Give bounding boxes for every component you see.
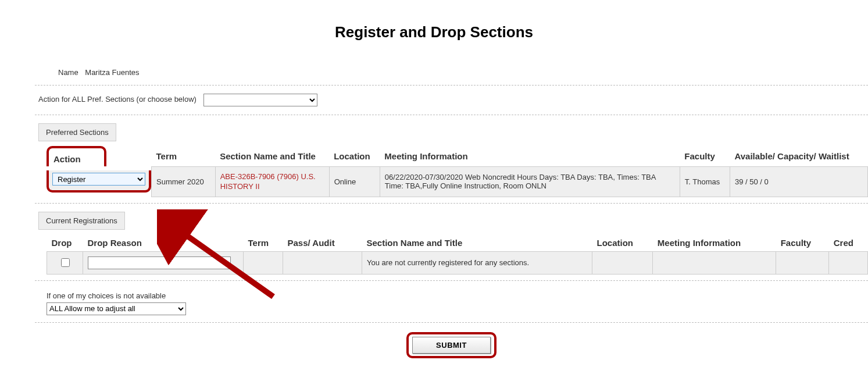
location-cell: Online (329, 166, 380, 197)
action-header-highlight: Action (47, 146, 106, 166)
pass-cell (283, 251, 362, 274)
faculty-cell (776, 251, 829, 274)
preferred-sections-button[interactable]: Preferred Sections (38, 123, 116, 141)
cred-cell (829, 251, 868, 274)
page-title: Register and Drop Sections (0, 23, 868, 41)
divider (35, 203, 868, 204)
reason-cell (83, 251, 244, 274)
all-action-label: Action for ALL Pref. Sections (or choose… (38, 95, 197, 104)
term-cell (244, 251, 283, 274)
drop-cell (47, 251, 83, 274)
divider (35, 322, 868, 323)
table-header-row: Drop Drop Reason Term Pass/ Audit Sectio… (47, 234, 868, 252)
availability-select[interactable]: ALL Allow me to adjust all (47, 302, 186, 315)
section-cell: ABE-326B-7906 (7906) U.S. HISTORY II (215, 166, 329, 197)
col-faculty: Faculty (776, 234, 829, 252)
col-meeting: Meeting Information (380, 146, 680, 166)
col-avail: Available/ Capacity/ Waitlist (730, 146, 867, 166)
name-row: Name Maritza Fuentes (35, 65, 868, 83)
all-action-row: Action for ALL Pref. Sections (or choose… (35, 88, 868, 112)
avail-cell: 39 / 50 / 0 (730, 166, 867, 197)
col-cred: Cred (829, 234, 868, 252)
drop-checkbox[interactable] (61, 258, 70, 267)
name-label: Name (58, 68, 78, 77)
user-name: Maritza Fuentes (85, 68, 139, 77)
col-meeting: Meeting Information (653, 234, 776, 252)
col-location: Location (592, 234, 653, 252)
col-section: Section Name and Title (215, 146, 329, 166)
all-action-select[interactable] (203, 94, 317, 106)
meeting-cell (653, 251, 776, 274)
table-header-row: Action Term Section Name and Title Locat… (47, 146, 868, 166)
col-action: Action (53, 154, 81, 164)
col-term: Term (152, 146, 216, 166)
col-location: Location (329, 146, 380, 166)
submit-button[interactable]: SUBMIT (412, 337, 491, 354)
term-cell: Summer 2020 (152, 166, 216, 197)
faculty-cell: T. Thomas (680, 166, 730, 197)
submit-highlight: SUBMIT (406, 332, 496, 358)
table-row: You are not currently registered for any… (47, 251, 868, 274)
meeting-cell: 06/22/2020-07/30/2020 Web Noncredit Hour… (380, 166, 680, 197)
col-drop: Drop (47, 234, 83, 252)
preferred-sections-table: Action Term Section Name and Title Locat… (47, 146, 868, 197)
divider (35, 280, 868, 281)
divider (35, 85, 868, 85)
col-faculty: Faculty (680, 146, 730, 166)
col-reason: Drop Reason (83, 234, 244, 252)
availability-row: If one of my choices is not available AL… (35, 283, 868, 318)
col-pass: Pass/ Audit (283, 234, 362, 252)
current-registrations-table: Drop Drop Reason Term Pass/ Audit Sectio… (47, 234, 868, 275)
table-row: Register Summer 2020 ABE-326B-7906 (7906… (47, 166, 868, 197)
current-registrations-button[interactable]: Current Registrations (38, 212, 125, 230)
divider (35, 115, 868, 115)
no-reg-cell: You are not currently registered for any… (362, 251, 592, 274)
col-term: Term (244, 234, 283, 252)
action-cell-highlight: Register (47, 170, 151, 193)
col-section: Section Name and Title (362, 234, 592, 252)
action-select[interactable]: Register (52, 173, 145, 186)
drop-reason-select[interactable] (88, 256, 231, 269)
availability-label: If one of my choices is not available (47, 291, 868, 300)
location-cell (592, 251, 653, 274)
section-link[interactable]: ABE-326B-7906 (7906) U.S. HISTORY II (220, 172, 319, 192)
